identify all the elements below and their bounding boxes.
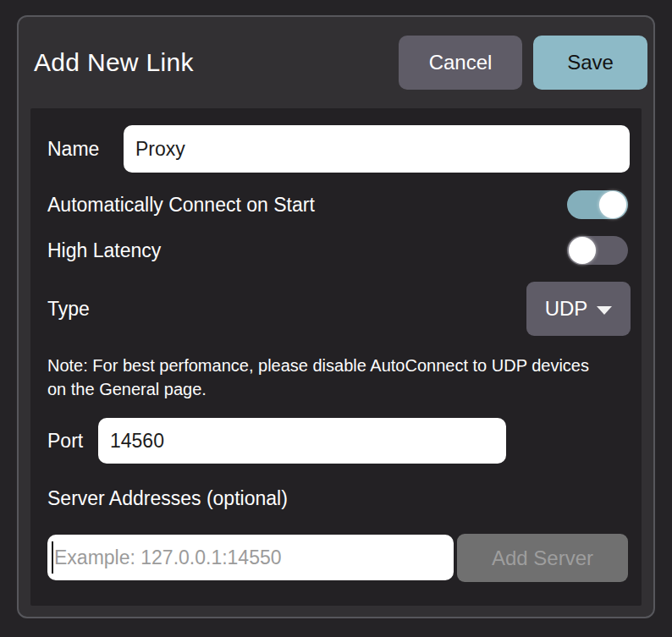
add-new-link-dialog: Add New Link Cancel Save Name Automatica… bbox=[17, 15, 655, 618]
save-button[interactable]: Save bbox=[533, 36, 647, 90]
cancel-button[interactable]: Cancel bbox=[399, 36, 522, 90]
high-latency-toggle[interactable] bbox=[567, 236, 628, 265]
port-input[interactable] bbox=[98, 418, 506, 464]
server-address-input[interactable] bbox=[47, 535, 454, 580]
server-addresses-label: Server Addresses (optional) bbox=[47, 486, 288, 511]
form-panel: Name Automatically Connect on Start High… bbox=[30, 108, 642, 606]
add-server-button[interactable]: Add Server bbox=[457, 534, 628, 582]
dialog-title: Add New Link bbox=[34, 17, 194, 108]
name-label: Name bbox=[47, 125, 99, 173]
port-label: Port bbox=[47, 418, 83, 464]
type-dropdown[interactable]: UDP bbox=[526, 282, 631, 336]
auto-connect-label: Automatically Connect on Start bbox=[47, 189, 315, 220]
server-address-field-wrap bbox=[47, 535, 454, 580]
type-label: Type bbox=[47, 282, 90, 336]
high-latency-label: High Latency bbox=[47, 235, 161, 266]
text-caret bbox=[52, 541, 53, 574]
header-buttons: Cancel Save bbox=[399, 36, 647, 90]
type-dropdown-value: UDP bbox=[545, 297, 588, 321]
udp-note-text: Note: For best perfomance, please disabl… bbox=[47, 354, 606, 401]
toggle-knob bbox=[599, 191, 626, 218]
chevron-down-icon bbox=[597, 306, 612, 315]
dialog-header: Add New Link Cancel Save bbox=[19, 17, 653, 108]
toggle-knob bbox=[569, 237, 596, 264]
auto-connect-toggle[interactable] bbox=[567, 190, 628, 219]
name-input[interactable] bbox=[124, 125, 630, 173]
